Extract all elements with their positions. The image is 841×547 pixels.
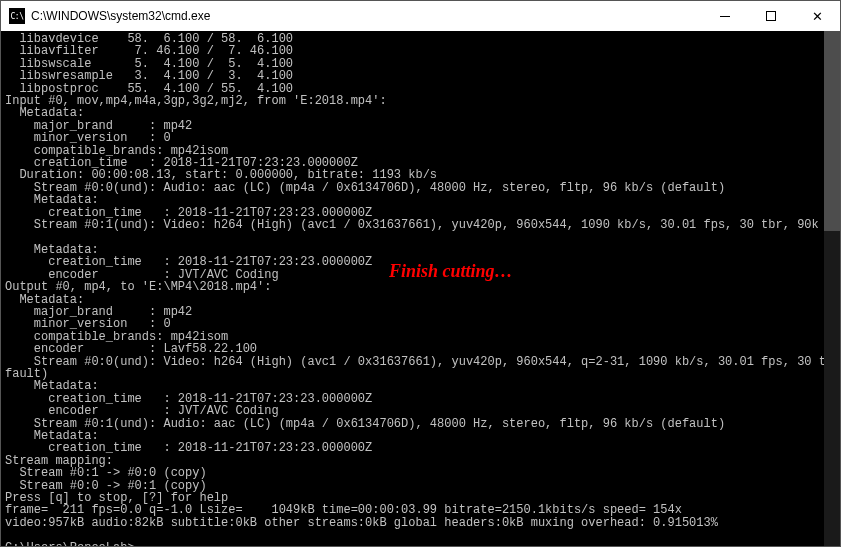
close-icon: ✕ [812, 9, 823, 24]
minimize-button[interactable] [702, 1, 748, 31]
window-controls: ✕ [702, 1, 840, 31]
scrollbar-thumb[interactable] [824, 31, 840, 231]
terminal-output: libavdevice 58. 6.100 / 58. 6.100 libavf… [5, 33, 836, 546]
cmd-window: C:\ C:\WINDOWS\system32\cmd.exe ✕ libavd… [0, 0, 841, 547]
titlebar[interactable]: C:\ C:\WINDOWS\system32\cmd.exe ✕ [1, 1, 840, 31]
annotation-label: Finish cutting… [389, 261, 513, 282]
scrollbar-track[interactable] [824, 31, 840, 546]
terminal-area[interactable]: libavdevice 58. 6.100 / 58. 6.100 libavf… [1, 31, 840, 546]
maximize-button[interactable] [748, 1, 794, 31]
cmd-icon: C:\ [9, 8, 25, 24]
window-title: C:\WINDOWS\system32\cmd.exe [31, 9, 702, 23]
close-button[interactable]: ✕ [794, 1, 840, 31]
